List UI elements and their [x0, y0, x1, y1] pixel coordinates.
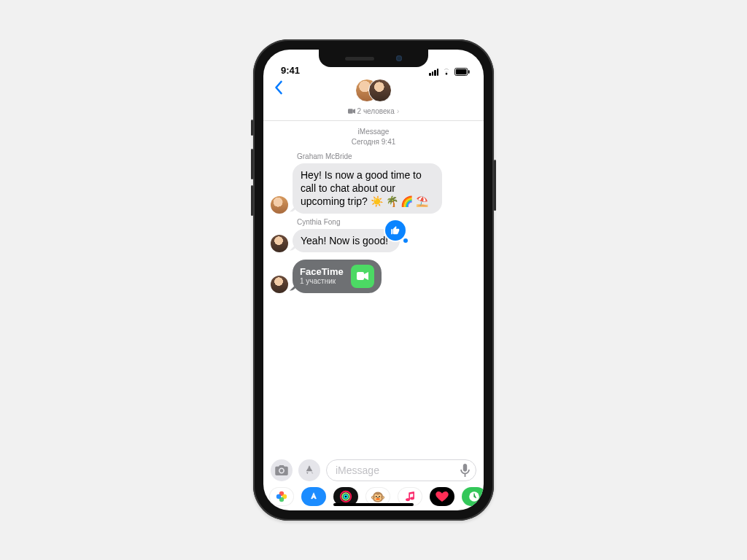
facetime-bubble[interactable]: FaceTime 1 участник: [293, 260, 382, 293]
message-text: Yeah! Now is good!: [301, 235, 388, 246]
wifi-icon: [441, 68, 452, 76]
app-drawer[interactable]: 🐵: [263, 484, 484, 510]
battery-icon: [454, 68, 471, 76]
message-input-placeholder: iMessage: [336, 464, 379, 476]
mute-switch[interactable]: [251, 120, 253, 136]
service-label: iMessage: [271, 127, 476, 137]
app-photos[interactable]: [269, 487, 294, 506]
clock-icon: [468, 491, 480, 502]
header-subtitle[interactable]: 2 человека ›: [348, 106, 400, 115]
phone-frame: 9:41 2 человека: [253, 39, 494, 521]
message-row: Hey! Is now a good time to call to chat …: [271, 163, 476, 214]
app-digital-touch[interactable]: [430, 487, 454, 506]
volume-up-button[interactable]: [251, 149, 253, 179]
svg-rect-2: [468, 70, 470, 74]
earpiece-speaker: [345, 57, 374, 61]
tapback-like[interactable]: [385, 220, 406, 241]
cellular-signal-icon: [429, 69, 438, 76]
svg-point-11: [344, 495, 348, 499]
conversation-header: 2 человека ›: [263, 77, 484, 121]
svg-rect-4: [357, 272, 364, 280]
message-bubble[interactable]: Yeah! Now is good!: [293, 229, 400, 252]
app-store-a-icon: [309, 491, 319, 502]
home-indicator[interactable]: [333, 503, 414, 506]
volume-down-button[interactable]: [251, 185, 253, 216]
app-imessage-store[interactable]: [301, 487, 326, 506]
message-text: Hey! Is now a good time to call to chat …: [301, 169, 428, 207]
svg-point-10: [342, 493, 349, 500]
facetime-subtitle: 1 участник: [300, 277, 344, 285]
facetime-title: FaceTime: [300, 267, 344, 277]
timestamp-label: Сегодня 9:41: [271, 137, 476, 147]
svg-rect-3: [348, 109, 353, 114]
group-avatar[interactable]: [355, 79, 392, 105]
camera-button[interactable]: [271, 459, 293, 481]
front-camera: [396, 55, 402, 61]
screen: 9:41 2 человека: [263, 50, 484, 510]
status-time: 9:41: [281, 65, 300, 76]
app-more[interactable]: [462, 487, 484, 506]
photos-icon: [276, 491, 287, 502]
timestamp-header: iMessage Сегодня 9:41: [271, 127, 476, 147]
thumbs-up-icon: [390, 225, 400, 236]
avatar-participant-2: [368, 79, 392, 102]
participants-count: 2 человека: [357, 107, 395, 115]
chevron-right-icon: ›: [397, 106, 400, 115]
activity-rings-icon: [339, 490, 352, 503]
message-input[interactable]: iMessage: [326, 459, 476, 481]
message-row: Yeah! Now is good!: [271, 229, 476, 252]
avatar[interactable]: [271, 235, 288, 252]
camera-icon: [275, 465, 288, 475]
message-bubble[interactable]: Hey! Is now a good time to call to chat …: [293, 163, 442, 214]
heart-icon: [436, 491, 449, 502]
svg-point-8: [276, 494, 281, 499]
monkey-face-icon: 🐵: [371, 490, 385, 504]
music-note-icon: [406, 491, 414, 502]
microphone-icon[interactable]: [460, 464, 470, 477]
status-icons: [429, 68, 471, 76]
facetime-row: FaceTime 1 участник: [271, 260, 476, 293]
chevron-left-icon: [274, 80, 283, 95]
app-store-icon: [303, 464, 315, 476]
notch: [319, 50, 428, 67]
back-button[interactable]: [269, 79, 287, 98]
avatar[interactable]: [271, 196, 288, 214]
message-list[interactable]: iMessage Сегодня 9:41 Graham McBride Hey…: [263, 121, 484, 455]
sender-label: Graham McBride: [297, 152, 476, 160]
video-icon: [348, 109, 355, 114]
avatar[interactable]: [271, 276, 288, 293]
compose-bar: iMessage: [263, 455, 484, 484]
svg-rect-1: [456, 69, 467, 74]
facetime-join-button[interactable]: [351, 265, 374, 288]
video-icon: [357, 272, 368, 280]
side-button[interactable]: [494, 160, 496, 211]
app-store-button[interactable]: [298, 459, 320, 481]
